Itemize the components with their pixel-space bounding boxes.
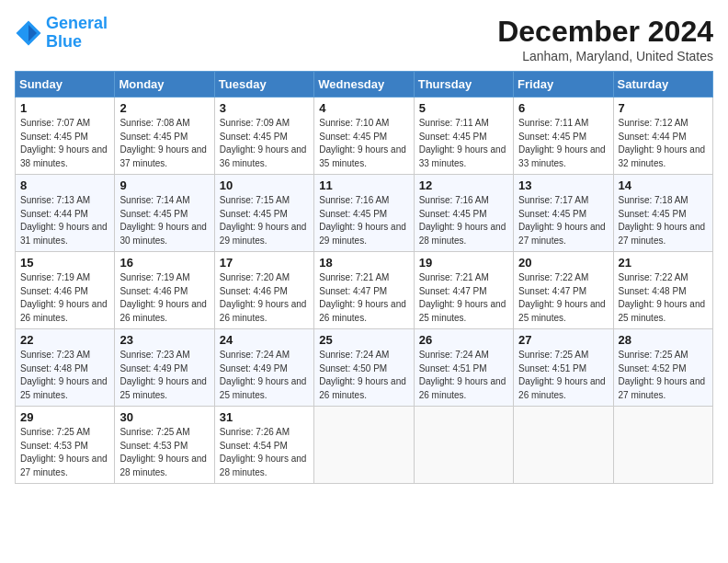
day-cell: 16Sunrise: 7:19 AMSunset: 4:46 PMDayligh… bbox=[115, 252, 214, 329]
day-number: 2 bbox=[119, 101, 209, 115]
day-number: 4 bbox=[319, 101, 408, 115]
day-info: Sunrise: 7:13 AMSunset: 4:44 PMDaylight:… bbox=[20, 194, 109, 247]
day-info: Sunrise: 7:16 AMSunset: 4:45 PMDaylight:… bbox=[319, 194, 408, 247]
day-info: Sunrise: 7:22 AMSunset: 4:47 PMDaylight:… bbox=[518, 271, 608, 325]
day-info: Sunrise: 7:11 AMSunset: 4:45 PMDaylight:… bbox=[518, 117, 608, 170]
week-row-5: 29Sunrise: 7:25 AMSunset: 4:53 PMDayligh… bbox=[16, 407, 713, 484]
day-cell: 3Sunrise: 7:09 AMSunset: 4:45 PMDaylight… bbox=[214, 98, 313, 175]
day-info: Sunrise: 7:20 AMSunset: 4:46 PMDaylight:… bbox=[220, 271, 309, 325]
day-info: Sunrise: 7:26 AMSunset: 4:54 PMDaylight:… bbox=[220, 426, 309, 479]
header-row: SundayMondayTuesdayWednesdayThursdayFrid… bbox=[16, 72, 713, 98]
day-cell: 27Sunrise: 7:25 AMSunset: 4:51 PMDayligh… bbox=[514, 329, 613, 407]
day-cell: 30Sunrise: 7:25 AMSunset: 4:53 PMDayligh… bbox=[115, 407, 214, 484]
day-cell: 20Sunrise: 7:22 AMSunset: 4:47 PMDayligh… bbox=[514, 252, 613, 329]
day-number: 1 bbox=[20, 101, 109, 115]
day-info: Sunrise: 7:23 AMSunset: 4:49 PMDaylight:… bbox=[119, 349, 209, 402]
day-cell bbox=[613, 407, 712, 484]
day-number: 25 bbox=[319, 333, 408, 347]
day-cell: 15Sunrise: 7:19 AMSunset: 4:46 PMDayligh… bbox=[16, 252, 115, 329]
day-number: 17 bbox=[220, 256, 309, 270]
day-cell: 1Sunrise: 7:07 AMSunset: 4:45 PMDaylight… bbox=[16, 98, 115, 175]
day-cell: 25Sunrise: 7:24 AMSunset: 4:50 PMDayligh… bbox=[314, 329, 414, 407]
day-number: 8 bbox=[20, 178, 109, 192]
day-cell: 14Sunrise: 7:18 AMSunset: 4:45 PMDayligh… bbox=[613, 175, 712, 252]
day-number: 29 bbox=[20, 410, 109, 424]
day-cell: 28Sunrise: 7:25 AMSunset: 4:52 PMDayligh… bbox=[613, 329, 712, 407]
day-info: Sunrise: 7:17 AMSunset: 4:45 PMDaylight:… bbox=[518, 194, 608, 247]
day-number: 11 bbox=[319, 178, 408, 192]
day-number: 6 bbox=[518, 101, 608, 115]
day-cell: 18Sunrise: 7:21 AMSunset: 4:47 PMDayligh… bbox=[314, 252, 414, 329]
day-number: 10 bbox=[220, 178, 309, 192]
page-header: General Blue December 2024 Lanham, Maryl… bbox=[15, 15, 713, 63]
week-row-3: 15Sunrise: 7:19 AMSunset: 4:46 PMDayligh… bbox=[16, 252, 713, 329]
day-cell: 9Sunrise: 7:14 AMSunset: 4:45 PMDaylight… bbox=[115, 175, 214, 252]
col-header-thursday: Thursday bbox=[414, 72, 513, 98]
day-number: 3 bbox=[220, 101, 309, 115]
day-cell bbox=[314, 407, 414, 484]
day-number: 24 bbox=[220, 333, 309, 347]
day-info: Sunrise: 7:14 AMSunset: 4:45 PMDaylight:… bbox=[119, 194, 209, 247]
day-number: 19 bbox=[419, 256, 508, 270]
week-row-2: 8Sunrise: 7:13 AMSunset: 4:44 PMDaylight… bbox=[16, 175, 713, 252]
day-number: 5 bbox=[419, 101, 508, 115]
day-number: 27 bbox=[518, 333, 608, 347]
day-cell: 13Sunrise: 7:17 AMSunset: 4:45 PMDayligh… bbox=[514, 175, 613, 252]
col-header-tuesday: Tuesday bbox=[214, 72, 313, 98]
day-info: Sunrise: 7:24 AMSunset: 4:50 PMDaylight:… bbox=[319, 349, 408, 402]
day-cell: 10Sunrise: 7:15 AMSunset: 4:45 PMDayligh… bbox=[214, 175, 313, 252]
day-number: 31 bbox=[220, 410, 309, 424]
day-number: 15 bbox=[20, 256, 109, 270]
day-info: Sunrise: 7:21 AMSunset: 4:47 PMDaylight:… bbox=[419, 271, 508, 325]
day-number: 16 bbox=[119, 256, 209, 270]
day-cell: 5Sunrise: 7:11 AMSunset: 4:45 PMDaylight… bbox=[414, 98, 513, 175]
day-info: Sunrise: 7:18 AMSunset: 4:45 PMDaylight:… bbox=[619, 194, 708, 247]
day-cell: 11Sunrise: 7:16 AMSunset: 4:45 PMDayligh… bbox=[314, 175, 414, 252]
month-title: December 2024 bbox=[497, 15, 713, 49]
day-cell: 4Sunrise: 7:10 AMSunset: 4:45 PMDaylight… bbox=[314, 98, 414, 175]
day-info: Sunrise: 7:21 AMSunset: 4:47 PMDaylight:… bbox=[319, 271, 408, 325]
day-cell: 17Sunrise: 7:20 AMSunset: 4:46 PMDayligh… bbox=[214, 252, 313, 329]
day-number: 12 bbox=[419, 178, 508, 192]
day-number: 30 bbox=[119, 410, 209, 424]
day-info: Sunrise: 7:11 AMSunset: 4:45 PMDaylight:… bbox=[419, 117, 508, 170]
logo-icon bbox=[15, 19, 42, 47]
col-header-saturday: Saturday bbox=[613, 72, 712, 98]
day-info: Sunrise: 7:19 AMSunset: 4:46 PMDaylight:… bbox=[20, 271, 109, 325]
day-cell: 6Sunrise: 7:11 AMSunset: 4:45 PMDaylight… bbox=[514, 98, 613, 175]
day-info: Sunrise: 7:08 AMSunset: 4:45 PMDaylight:… bbox=[119, 117, 209, 170]
col-header-sunday: Sunday bbox=[16, 72, 115, 98]
day-cell bbox=[414, 407, 513, 484]
day-cell: 26Sunrise: 7:24 AMSunset: 4:51 PMDayligh… bbox=[414, 329, 513, 407]
day-cell: 8Sunrise: 7:13 AMSunset: 4:44 PMDaylight… bbox=[16, 175, 115, 252]
day-cell: 12Sunrise: 7:16 AMSunset: 4:45 PMDayligh… bbox=[414, 175, 513, 252]
col-header-friday: Friday bbox=[514, 72, 613, 98]
day-cell: 19Sunrise: 7:21 AMSunset: 4:47 PMDayligh… bbox=[414, 252, 513, 329]
day-info: Sunrise: 7:24 AMSunset: 4:49 PMDaylight:… bbox=[220, 349, 309, 402]
day-number: 20 bbox=[518, 256, 608, 270]
day-number: 7 bbox=[619, 101, 708, 115]
calendar-table: SundayMondayTuesdayWednesdayThursdayFrid… bbox=[15, 71, 713, 484]
day-cell: 31Sunrise: 7:26 AMSunset: 4:54 PMDayligh… bbox=[214, 407, 313, 484]
day-cell: 24Sunrise: 7:24 AMSunset: 4:49 PMDayligh… bbox=[214, 329, 313, 407]
day-info: Sunrise: 7:16 AMSunset: 4:45 PMDaylight:… bbox=[419, 194, 508, 247]
day-number: 18 bbox=[319, 256, 408, 270]
day-info: Sunrise: 7:25 AMSunset: 4:51 PMDaylight:… bbox=[518, 349, 608, 402]
day-info: Sunrise: 7:19 AMSunset: 4:46 PMDaylight:… bbox=[119, 271, 209, 325]
day-info: Sunrise: 7:10 AMSunset: 4:45 PMDaylight:… bbox=[319, 117, 408, 170]
day-cell: 7Sunrise: 7:12 AMSunset: 4:44 PMDaylight… bbox=[613, 98, 712, 175]
logo-text: General Blue bbox=[46, 15, 108, 52]
day-cell bbox=[514, 407, 613, 484]
title-block: December 2024 Lanham, Maryland, United S… bbox=[497, 15, 713, 63]
day-number: 26 bbox=[419, 333, 508, 347]
day-number: 14 bbox=[619, 178, 708, 192]
day-info: Sunrise: 7:23 AMSunset: 4:48 PMDaylight:… bbox=[20, 349, 109, 402]
day-cell: 22Sunrise: 7:23 AMSunset: 4:48 PMDayligh… bbox=[16, 329, 115, 407]
day-cell: 21Sunrise: 7:22 AMSunset: 4:48 PMDayligh… bbox=[613, 252, 712, 329]
day-info: Sunrise: 7:22 AMSunset: 4:48 PMDaylight:… bbox=[619, 271, 708, 325]
day-info: Sunrise: 7:07 AMSunset: 4:45 PMDaylight:… bbox=[20, 117, 109, 170]
col-header-wednesday: Wednesday bbox=[314, 72, 414, 98]
day-info: Sunrise: 7:12 AMSunset: 4:44 PMDaylight:… bbox=[619, 117, 708, 170]
day-info: Sunrise: 7:09 AMSunset: 4:45 PMDaylight:… bbox=[220, 117, 309, 170]
day-cell: 29Sunrise: 7:25 AMSunset: 4:53 PMDayligh… bbox=[16, 407, 115, 484]
